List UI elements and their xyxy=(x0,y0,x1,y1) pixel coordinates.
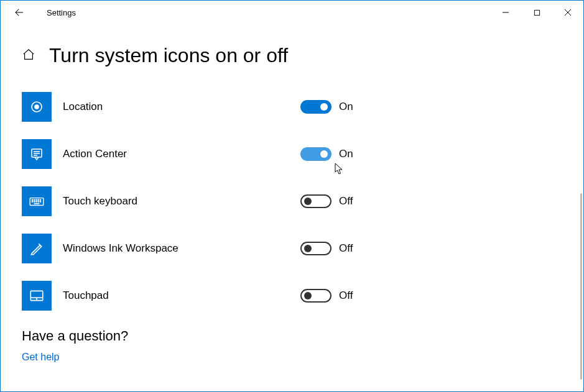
toggle-knob xyxy=(304,198,312,205)
toggle-wrap: Off xyxy=(300,242,353,255)
setting-label: Touchpad xyxy=(52,289,300,302)
setting-row-touchpad: Touchpad Off xyxy=(22,281,562,311)
titlebar: Settings xyxy=(1,1,583,24)
toggle-wrap: Off xyxy=(300,194,353,208)
arrow-left-icon xyxy=(14,7,25,18)
svg-point-17 xyxy=(32,201,32,202)
svg-point-13 xyxy=(34,199,35,200)
maximize-button[interactable] xyxy=(521,1,552,24)
toggle-state-label: Off xyxy=(339,195,353,207)
setting-row-ink-workspace: Windows Ink Workspace Off xyxy=(22,234,562,263)
ink-workspace-icon xyxy=(22,234,52,263)
toggle-state-label: On xyxy=(339,148,353,160)
toggle-state-label: Off xyxy=(339,289,353,302)
content-area: Turn system icons on or off Location On xyxy=(1,24,583,363)
svg-point-16 xyxy=(40,199,40,200)
toggle-state-label: Off xyxy=(339,242,353,255)
page-title: Turn system icons on or off xyxy=(49,44,288,67)
setting-row-touch-keyboard: Touch keyboard Off xyxy=(22,186,562,216)
svg-point-14 xyxy=(36,199,37,200)
toggle-action-center[interactable] xyxy=(300,147,331,161)
toggle-state-label: On xyxy=(339,101,353,113)
svg-point-15 xyxy=(38,199,39,200)
toggle-knob xyxy=(304,292,312,299)
svg-point-21 xyxy=(40,201,40,202)
close-icon xyxy=(564,9,572,16)
svg-point-6 xyxy=(35,105,39,109)
page-header: Turn system icons on or off xyxy=(22,44,562,67)
maximize-icon xyxy=(534,9,540,16)
minimize-button[interactable] xyxy=(490,1,521,24)
setting-label: Windows Ink Workspace xyxy=(52,242,300,255)
svg-point-20 xyxy=(38,201,39,202)
toggle-wrap: On xyxy=(300,100,353,114)
toggle-location[interactable] xyxy=(300,100,331,114)
close-button[interactable] xyxy=(552,1,583,24)
app-title: Settings xyxy=(32,8,76,17)
minimize-icon xyxy=(502,9,509,16)
svg-rect-2 xyxy=(534,10,539,15)
svg-point-12 xyxy=(32,199,32,200)
setting-label: Action Center xyxy=(52,148,300,160)
location-icon xyxy=(22,92,52,122)
home-icon[interactable] xyxy=(22,48,35,64)
scrollbar[interactable] xyxy=(580,193,582,380)
help-section: Have a question? Get help xyxy=(22,328,562,363)
svg-point-18 xyxy=(34,201,35,202)
svg-point-19 xyxy=(36,201,37,202)
toggle-ink-workspace[interactable] xyxy=(300,242,331,255)
touchpad-icon xyxy=(22,281,52,311)
help-heading: Have a question? xyxy=(22,328,562,344)
toggle-touchpad[interactable] xyxy=(300,289,331,303)
action-center-icon xyxy=(22,139,52,169)
get-help-link[interactable]: Get help xyxy=(22,352,562,363)
setting-label: Location xyxy=(52,101,300,113)
toggle-touch-keyboard[interactable] xyxy=(300,194,331,208)
toggle-knob xyxy=(320,150,328,158)
titlebar-left: Settings xyxy=(1,1,76,24)
back-button[interactable] xyxy=(7,1,32,24)
setting-label: Touch keyboard xyxy=(52,195,300,207)
toggle-wrap: On xyxy=(300,147,353,161)
toggle-wrap: Off xyxy=(300,289,353,303)
touch-keyboard-icon xyxy=(22,186,52,216)
setting-row-location: Location On xyxy=(22,92,562,122)
setting-row-action-center: Action Center On xyxy=(22,139,562,169)
toggle-knob xyxy=(320,103,328,111)
settings-list: Location On Action Center On xyxy=(22,92,562,311)
window-controls xyxy=(490,1,583,24)
toggle-knob xyxy=(304,245,312,252)
